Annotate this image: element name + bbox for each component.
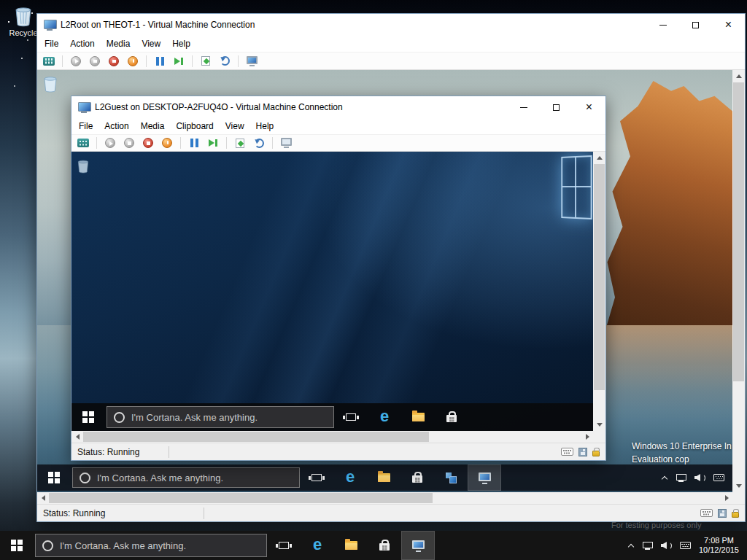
l2guest-titlebar[interactable]: L2Guest on DESKTOP-A2FUQ4O - Virtual Mac… [71,96,605,118]
l2guest-pause-button[interactable] [187,136,201,149]
l2root-vertical-scrollbar[interactable] [732,70,745,492]
l2root-horizontal-scrollbar[interactable] [37,492,732,504]
l2root-vmconnect-button[interactable] [468,464,501,491]
task-view-icon [279,542,289,549]
l2guest-toolbar [71,134,605,152]
minimize-icon [520,107,527,108]
l2root-task-view-button[interactable] [300,464,333,491]
l2guest-minimize-button[interactable] [507,96,540,118]
hidden-icons-chevron[interactable] [662,475,668,481]
l2guest-edge-button[interactable]: e [368,403,401,431]
l2guest-menu-action[interactable]: Action [98,121,134,131]
l2guest-store-button[interactable] [435,403,468,431]
l2root-ctrl-alt-del-button[interactable] [42,55,55,68]
l2root-store-button[interactable] [400,464,434,491]
l2guest-menu-help[interactable]: Help [250,121,280,131]
l2root-menu-file[interactable]: File [39,39,64,49]
l2root-start-button[interactable] [37,464,71,491]
scroll-right-button[interactable] [721,492,732,504]
scrollbar-thumb[interactable] [594,164,605,390]
scroll-down-button[interactable] [732,480,745,492]
save-vm-icon [162,138,172,148]
host-task-view-button[interactable] [267,531,301,560]
scroll-left-button[interactable] [71,431,83,443]
network-icon[interactable] [676,474,686,482]
host-store-button[interactable] [368,531,401,560]
host-edge-button[interactable]: e [301,531,334,560]
scroll-up-button[interactable] [732,70,745,82]
l2root-revert-button[interactable] [218,55,231,68]
l2guest-menu-view[interactable]: View [220,121,250,131]
l2root-pause-button[interactable] [153,55,166,68]
scroll-down-button[interactable] [593,419,605,431]
l2root-menu-action[interactable]: Action [64,39,100,49]
l2root-enhanced-session-button[interactable] [245,55,258,68]
l2root-menu-media[interactable]: Media [101,39,136,49]
l2guest-recycle-bin[interactable] [76,158,90,176]
l2guest-horizontal-scrollbar[interactable] [71,431,593,443]
l2root-vm-display[interactable]: Windows 10 Enterprise In Evaluation cop … [37,70,732,492]
l2guest-turn-off-button[interactable] [123,136,136,149]
toolbar-separator [146,55,147,67]
scrollbar-thumb[interactable] [83,432,429,442]
l2root-menu-view[interactable]: View [136,39,166,49]
l2root-save-vm-button[interactable] [126,55,139,68]
l2root-menu-help[interactable]: Help [166,39,196,49]
l2guest-menu-clipboard[interactable]: Clipboard [170,121,219,131]
l2guest-start-button[interactable] [71,403,105,431]
l2guest-file-explorer-button[interactable] [401,403,435,431]
scroll-right-button[interactable] [581,431,593,443]
taskbar-clock[interactable]: 7:08 PM 10/12/2015 [699,536,739,555]
host-cortana-search-box[interactable]: I'm Cortana. Ask me anything. [35,534,267,557]
scrollbar-thumb[interactable] [49,493,433,503]
hidden-icons-chevron[interactable] [628,542,635,549]
host-vmconnect-button[interactable] [401,531,435,560]
l2root-shut-down-button[interactable] [107,55,120,68]
l2root-maximize-button[interactable] [679,14,712,36]
l2guest-save-vm-button[interactable] [160,136,174,149]
l2guest-vm-display[interactable]: I'm Cortana. Ask me anything. e [71,152,593,431]
host-file-explorer-button[interactable] [334,531,368,560]
recycle-bin-icon [42,74,59,93]
l2root-file-explorer-button[interactable] [367,464,400,491]
l2root-turn-off-button[interactable] [88,55,101,68]
l2root-titlebar[interactable]: L2Root on THEOT-1 - Virtual Machine Conn… [37,14,745,36]
l2root-hyperv-manager-button[interactable] [434,464,468,491]
l2root-cortana-search-box[interactable]: I'm Cortana. Ask me anything. [72,467,300,488]
l2guest-menu-media[interactable]: Media [135,121,171,131]
l2guest-close-button[interactable]: × [573,96,605,118]
l2guest-cortana-search-box[interactable]: I'm Cortana. Ask me anything. [107,406,334,428]
l2guest-vertical-scrollbar[interactable] [593,152,605,431]
l2root-reset-button[interactable] [172,55,185,68]
touch-keyboard-icon[interactable] [713,474,724,481]
l2guest-start-vm-button[interactable] [104,136,117,149]
l2guest-maximize-button[interactable] [540,96,573,118]
statusbar-divider [169,446,169,458]
scrollbar-thumb[interactable] [733,82,744,381]
l2root-edge-button[interactable]: e [333,464,367,491]
l2root-minimize-button[interactable] [646,14,679,36]
l2root-close-button[interactable]: × [712,14,745,36]
arrow-down-icon [597,423,603,427]
l2guest-enhanced-session-button[interactable] [279,136,293,149]
network-icon[interactable] [643,542,653,550]
arrow-up-icon [736,74,742,78]
volume-icon[interactable] [661,541,672,550]
revert-icon [220,56,230,66]
l2root-recycle-bin[interactable] [42,74,59,96]
l2root-start-vm-button[interactable] [69,55,82,68]
host-start-button[interactable] [0,531,34,560]
l2guest-shut-down-button[interactable] [142,136,155,149]
l2guest-task-view-button[interactable] [334,403,368,431]
l2guest-reset-button[interactable] [206,136,220,149]
l2guest-revert-button[interactable] [252,136,266,149]
l2root-checkpoint-button[interactable] [199,55,212,68]
toolbar-separator [180,137,181,149]
scroll-left-button[interactable] [37,492,49,504]
touch-keyboard-icon[interactable] [680,542,691,549]
volume-icon[interactable] [694,473,705,482]
l2guest-checkpoint-button[interactable] [233,136,247,149]
l2guest-ctrl-alt-del-button[interactable] [77,136,90,149]
l2guest-menu-file[interactable]: File [73,121,98,131]
scroll-up-button[interactable] [593,152,605,164]
